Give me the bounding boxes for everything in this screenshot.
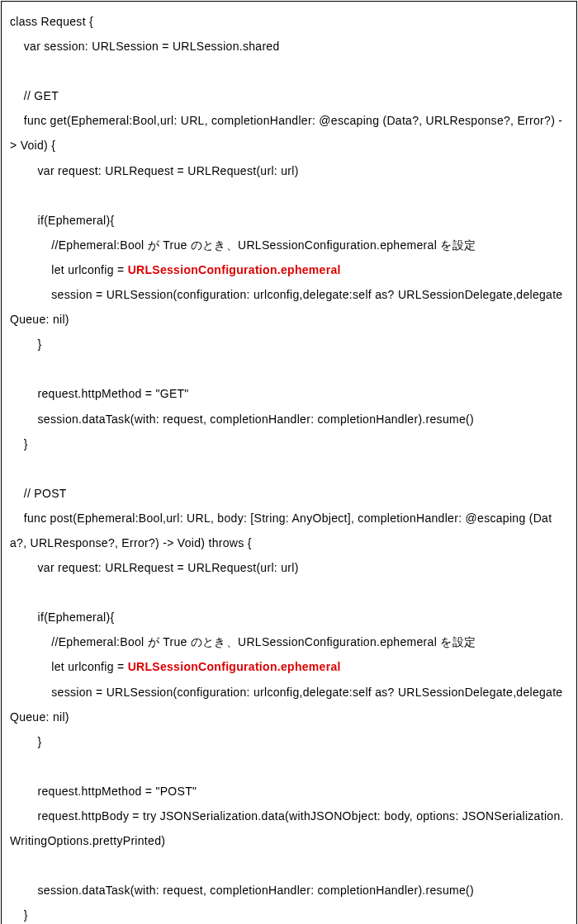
code-line: let urlconfig = URLSessionConfiguration.…	[10, 654, 568, 679]
code-line	[10, 59, 568, 83]
code-line: request.httpMethod = "GET"	[10, 381, 568, 406]
code-line: func post(Ephemeral:Bool,url: URL, body:…	[10, 506, 568, 555]
code-highlight: URLSessionConfiguration.ephemeral	[128, 660, 341, 673]
code-block: class Request { var session: URLSession …	[1, 1, 577, 924]
code-line: // POST	[10, 481, 568, 506]
code-line: request.httpBody = try JSONSerialization…	[10, 804, 568, 853]
code-line: session = URLSession(configuration: urlc…	[10, 680, 568, 729]
code-line: func get(Ephemeral:Bool,url: URL, comple…	[10, 108, 568, 158]
code-line: // GET	[10, 83, 568, 108]
code-line: }	[10, 332, 568, 356]
code-highlight: URLSessionConfiguration.ephemeral	[128, 263, 341, 276]
code-line: var session: URLSession = URLSession.sha…	[10, 34, 568, 59]
code-line: }	[10, 903, 568, 924]
code-text: let urlconfig =	[10, 660, 128, 673]
code-line: if(Ephemeral){	[10, 605, 568, 629]
code-line: }	[10, 729, 568, 754]
code-text: let urlconfig =	[10, 263, 128, 276]
code-line: //Ephemeral:Bool が True のとき、URLSessionCo…	[10, 629, 568, 654]
code-line	[10, 356, 568, 381]
code-line: var request: URLRequest = URLRequest(url…	[10, 158, 568, 183]
code-line	[10, 456, 568, 481]
code-line: var request: URLRequest = URLRequest(url…	[10, 555, 568, 580]
code-line	[10, 580, 568, 605]
code-line	[10, 183, 568, 208]
code-line: if(Ephemeral){	[10, 208, 568, 233]
code-line: }	[10, 431, 568, 456]
code-line: session.dataTask(with: request, completi…	[10, 878, 568, 903]
code-line: session = URLSession(configuration: urlc…	[10, 282, 568, 332]
code-line: let urlconfig = URLSessionConfiguration.…	[10, 257, 568, 282]
code-line: //Ephemeral:Bool が True のとき、URLSessionCo…	[10, 233, 568, 257]
code-line	[10, 853, 568, 878]
code-line: session.dataTask(with: request, completi…	[10, 407, 568, 431]
code-line	[10, 754, 568, 779]
code-line: class Request {	[10, 9, 568, 34]
code-line: request.httpMethod = "POST"	[10, 779, 568, 804]
